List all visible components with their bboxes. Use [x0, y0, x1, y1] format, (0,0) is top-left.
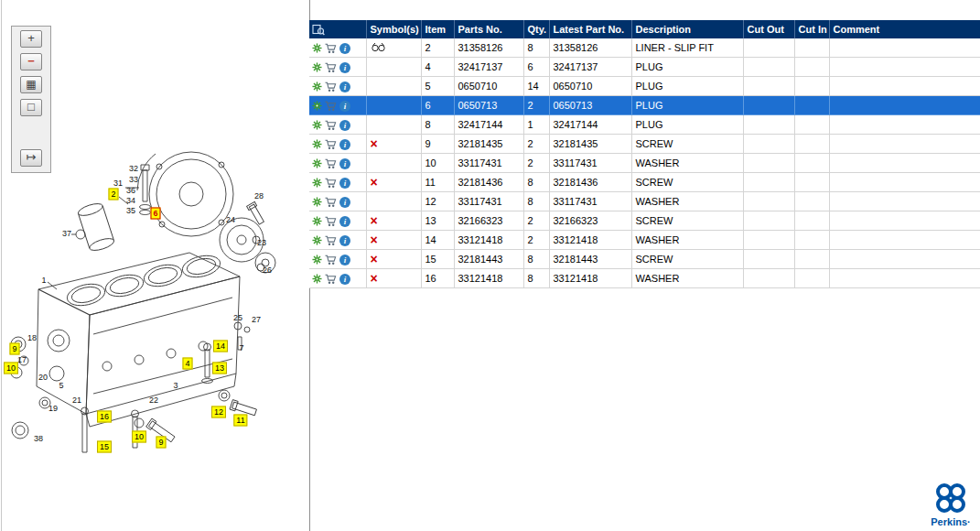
info-icon[interactable]: i — [339, 120, 350, 131]
diagram-callout[interactable]: 7 — [237, 343, 245, 353]
table-row[interactable]: i×1433121418233121418WASHER — [309, 231, 980, 250]
diagram-callout[interactable]: 32 — [127, 164, 140, 174]
column-header-description[interactable]: Description — [631, 20, 743, 38]
diagram-callout[interactable]: 3 — [171, 381, 179, 391]
info-icon[interactable]: i — [339, 197, 350, 208]
diagram-callout[interactable]: 31 — [112, 179, 124, 189]
add-to-cart-icon[interactable] — [325, 81, 337, 92]
add-to-cart-icon[interactable] — [325, 178, 337, 189]
diagram-callout[interactable]: 25 — [232, 313, 244, 323]
add-to-cart-icon[interactable] — [325, 255, 337, 266]
diagram-callout[interactable]: 37 — [60, 229, 73, 239]
diagram-callout[interactable]: 19 — [47, 404, 59, 414]
part-options-gear-icon[interactable] — [312, 216, 322, 226]
add-to-cart-icon[interactable] — [325, 216, 337, 227]
table-row[interactable]: i1033117431233117431WASHER — [309, 154, 980, 173]
diagram-callout[interactable]: 5 — [57, 381, 65, 391]
part-options-gear-icon[interactable] — [312, 178, 322, 188]
info-icon[interactable]: i — [339, 43, 350, 54]
info-icon[interactable]: i — [339, 255, 350, 266]
diagram-callout[interactable]: 20 — [37, 373, 49, 383]
part-options-gear-icon[interactable] — [312, 81, 322, 92]
diagram-callout[interactable]: 18 — [26, 333, 38, 343]
info-icon[interactable]: i — [339, 101, 350, 112]
table-row[interactable]: i×1132181436832181436SCREW — [309, 173, 980, 192]
zoom-window-button[interactable]: □ — [20, 99, 42, 116]
table-row[interactable]: i6065071320650713PLUG — [309, 96, 980, 115]
diagram-callout[interactable]: 10 — [132, 431, 146, 443]
fit-to-window-button[interactable]: ▦ — [20, 76, 42, 93]
add-to-cart-icon[interactable] — [325, 235, 337, 246]
diagram-callout[interactable]: 26 — [261, 266, 274, 276]
diagram-callout[interactable]: 13 — [212, 363, 227, 374]
diagram-callout[interactable]: 2 — [108, 189, 118, 200]
diagram-callout[interactable]: 6 — [150, 208, 160, 220]
column-header-latest-part-no[interactable]: Latest Part No. — [549, 20, 631, 38]
diagram-callout[interactable]: 10 — [4, 363, 18, 374]
diagram-callout[interactable]: 28 — [253, 191, 265, 201]
part-options-gear-icon[interactable] — [312, 274, 322, 284]
diagram-callout[interactable]: 16 — [97, 411, 112, 423]
diagram-callout[interactable]: 36 — [124, 186, 137, 196]
add-to-cart-icon[interactable] — [325, 197, 337, 208]
diagram-callout[interactable]: 33 — [127, 175, 140, 185]
add-to-cart-icon[interactable] — [325, 139, 337, 150]
zoom-in-button[interactable]: + — [20, 30, 42, 48]
part-options-gear-icon[interactable] — [312, 235, 322, 245]
add-to-cart-icon[interactable] — [325, 43, 337, 54]
table-row[interactable]: i×1633121418833121418WASHER — [309, 269, 980, 288]
part-options-gear-icon[interactable] — [312, 101, 322, 111]
column-header-comment[interactable]: Comment — [829, 20, 980, 38]
part-options-gear-icon[interactable] — [312, 120, 322, 130]
send-to-list-button[interactable]: ↦ — [20, 149, 42, 167]
zoom-out-button[interactable]: − — [20, 53, 42, 70]
add-to-cart-icon[interactable] — [325, 158, 337, 169]
column-header-qty[interactable]: Qty. — [523, 20, 549, 38]
diagram-callout[interactable]: 14 — [213, 341, 228, 352]
diagram-callout[interactable]: 23 — [255, 238, 268, 248]
diagram-callout[interactable]: 4 — [182, 358, 192, 370]
diagram-callout[interactable]: 11 — [233, 415, 247, 427]
add-to-cart-icon[interactable] — [325, 62, 337, 73]
info-icon[interactable]: i — [339, 235, 350, 246]
diagram-callout[interactable]: 38 — [32, 434, 45, 444]
part-options-gear-icon[interactable] — [312, 255, 322, 265]
info-icon[interactable]: i — [339, 216, 350, 227]
table-row[interactable]: i×1532181443832181443SCREW — [309, 250, 980, 269]
add-to-cart-icon[interactable] — [325, 120, 337, 131]
column-header-parts-no[interactable]: Parts No. — [454, 20, 523, 38]
info-icon[interactable]: i — [339, 158, 350, 169]
diagram-callout[interactable]: 12 — [211, 406, 226, 418]
table-row[interactable]: i×1332166323232166323SCREW — [309, 211, 980, 231]
table-row[interactable]: i1233117431833117431WASHER — [309, 192, 980, 211]
column-header-item[interactable]: Item — [421, 20, 454, 38]
table-row[interactable]: i432417137632417137PLUG — [309, 58, 980, 77]
info-icon[interactable]: i — [339, 139, 350, 150]
column-header-cut-out[interactable]: Cut Out — [743, 20, 794, 38]
add-to-cart-icon[interactable] — [325, 274, 337, 285]
column-header-symbols[interactable]: Symbol(s) — [366, 20, 421, 38]
table-row[interactable]: i50650710140650710PLUG — [309, 77, 980, 96]
diagram-callout[interactable]: 27 — [250, 315, 263, 325]
info-icon[interactable]: i — [339, 274, 350, 285]
part-options-gear-icon[interactable] — [312, 139, 322, 149]
diagram-callout[interactable]: 22 — [147, 396, 160, 406]
part-options-gear-icon[interactable] — [312, 158, 322, 168]
table-row[interactable]: i×932181435232181435SCREW — [309, 135, 980, 154]
diagram-callout[interactable]: 1 — [39, 276, 48, 286]
diagram-callout[interactable]: 9 — [156, 437, 166, 449]
add-to-cart-icon[interactable] — [325, 101, 337, 112]
column-header-cut-in[interactable]: Cut In — [794, 20, 829, 38]
diagram-callout[interactable]: 9 — [9, 343, 19, 355]
table-row[interactable]: i231358126831358126LINER - SLIP FIT — [309, 38, 980, 58]
diagram-callout[interactable]: 35 — [124, 206, 137, 216]
diagram-callout[interactable]: 21 — [70, 396, 83, 406]
info-icon[interactable]: i — [339, 62, 350, 73]
diagram-callout[interactable]: 15 — [97, 441, 112, 453]
info-icon[interactable]: i — [339, 178, 350, 189]
info-icon[interactable]: i — [339, 81, 350, 92]
diagram-callout[interactable]: 34 — [124, 196, 137, 206]
table-row[interactable]: i832417144132417144PLUG — [309, 115, 980, 135]
diagram-callout[interactable]: 24 — [224, 215, 237, 225]
part-options-gear-icon[interactable] — [312, 62, 322, 72]
